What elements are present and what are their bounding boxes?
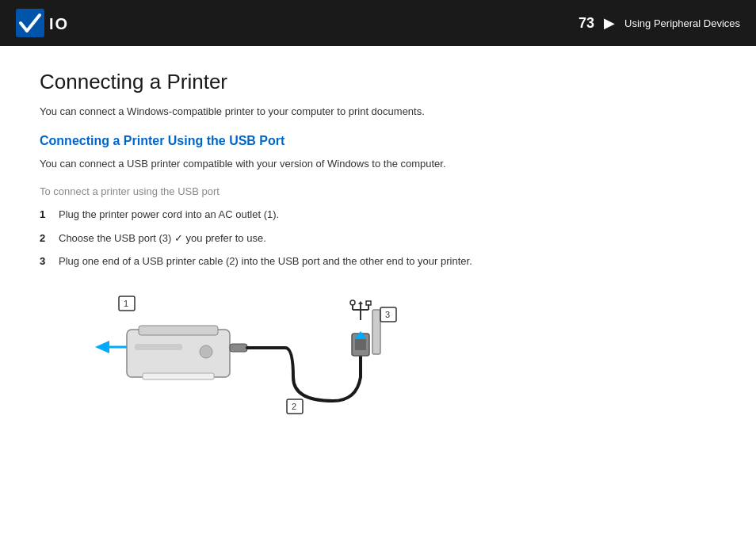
step-3: 3 Plug one end of a USB printer cable (2…: [40, 254, 716, 269]
header: IO 73 ▶ Using Peripheral Devices: [0, 0, 756, 46]
svg-rect-15: [355, 338, 366, 350]
diagram-svg: 1 2: [71, 282, 468, 441]
step-1-number: 1: [40, 207, 59, 223]
svg-rect-24: [372, 310, 380, 354]
step-2-number: 2: [40, 231, 59, 246]
svg-rect-11: [230, 344, 247, 352]
svg-text:3: 3: [385, 310, 390, 319]
svg-marker-23: [358, 301, 363, 304]
page-number: 73: [578, 15, 594, 32]
svg-text:2: 2: [292, 402, 296, 411]
step-1-text: Plug the printer power cord into an AC o…: [59, 207, 279, 223]
steps-list: 1 Plug the printer power cord into an AC…: [40, 207, 716, 269]
subsection-heading: Connecting a Printer Using the USB Port: [40, 134, 716, 148]
vaio-logo-svg: IO: [16, 9, 95, 37]
header-right: 73 ▶ Using Peripheral Devices: [578, 14, 740, 32]
subsection-intro: You can connect a USB printer compatible…: [40, 156, 716, 172]
svg-rect-21: [366, 301, 371, 305]
svg-text:1: 1: [124, 299, 128, 308]
svg-marker-4: [95, 341, 109, 353]
step-3-number: 3: [40, 254, 59, 269]
step-3-text: Plug one end of a USB printer cable (2) …: [59, 254, 472, 269]
connection-diagram: 1 2: [71, 282, 468, 441]
logo: IO: [16, 9, 95, 37]
step-1: 1 Plug the printer power cord into an AC…: [40, 207, 716, 223]
svg-rect-10: [135, 344, 182, 350]
svg-rect-6: [127, 330, 230, 377]
step-2: 2 Choose the USB port (3) ✓ you prefer t…: [40, 231, 716, 246]
intro-paragraph: You can connect a Windows-compatible pri…: [40, 104, 716, 120]
svg-text:IO: IO: [49, 15, 69, 32]
procedure-title: To connect a printer using the USB port: [40, 185, 716, 197]
main-content: Connecting a Printer You can connect a W…: [0, 46, 756, 456]
svg-rect-8: [143, 373, 214, 380]
header-arrow: ▶: [604, 14, 615, 32]
svg-rect-7: [139, 326, 218, 335]
svg-point-9: [200, 345, 212, 358]
section-title: Using Peripheral Devices: [624, 17, 740, 29]
step-2-text: Choose the USB port (3) ✓ you prefer to …: [59, 231, 266, 246]
page-title: Connecting a Printer: [40, 70, 716, 94]
